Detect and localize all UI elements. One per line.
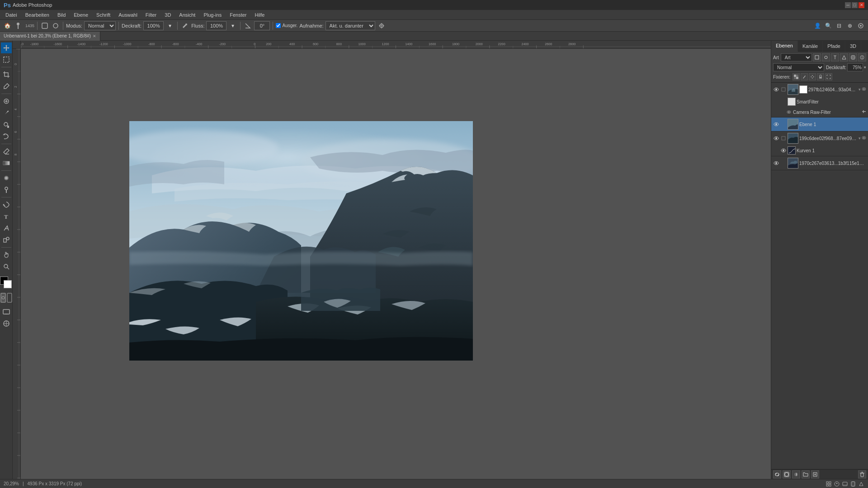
fluss-icon[interactable]: ▾ — [228, 21, 237, 30]
layer-1-visibility[interactable] — [773, 86, 779, 93]
layer-filter-pixel[interactable] — [813, 53, 821, 61]
maximize-button[interactable]: □ — [852, 2, 858, 8]
menu-filter[interactable]: Filter — [142, 10, 160, 19]
status-icon3[interactable] — [842, 481, 848, 487]
document-tab[interactable]: Unbenannt-1 bei 20,3% (Ebene 1, RGB/8#) … — [0, 32, 100, 41]
link-layers-button[interactable] — [773, 470, 781, 479]
fix-artboard[interactable] — [825, 73, 832, 80]
layer-row-1[interactable]: 297fb124604...93a047894a.38 ▾ — [771, 83, 868, 96]
std-mode-button[interactable] — [7, 293, 12, 303]
layer-1-visibility-right[interactable] — [862, 87, 866, 92]
crop-tool[interactable] — [1, 69, 12, 80]
move-tool[interactable] — [1, 42, 12, 53]
user-icon[interactable]: 👤 — [813, 21, 822, 30]
layer-filter-type[interactable]: T — [831, 53, 839, 61]
brush-settings-icon[interactable] — [856, 21, 865, 30]
eraser-tool[interactable] — [1, 146, 12, 157]
gradient-tool[interactable] — [1, 158, 12, 169]
aufnahme-select[interactable]: Akt. u. darunter — [326, 21, 375, 30]
tab-pfade[interactable]: Pfade — [823, 41, 845, 52]
clone-stamp-tool[interactable] — [1, 119, 12, 130]
new-layer-button[interactable] — [811, 470, 819, 479]
screen-mode-button[interactable] — [1, 306, 12, 317]
home-icon[interactable]: 🏠 — [3, 21, 12, 30]
airbrush-icon[interactable] — [180, 21, 189, 30]
tool-option2[interactable] — [51, 21, 60, 30]
opacity-arrow[interactable]: ▾ — [864, 65, 866, 70]
menu-plugins[interactable]: Plug-ins — [200, 10, 225, 19]
healing-tool[interactable] — [1, 96, 12, 107]
tab-3d[interactable]: 3D — [845, 41, 861, 52]
status-icon1[interactable] — [826, 481, 832, 487]
layer-row-4[interactable]: 1970c267e03613...1b3f115e14179 — [771, 156, 868, 170]
new-group-button[interactable] — [802, 470, 810, 479]
ausger-checkbox[interactable] — [276, 23, 281, 28]
layer-filter-shape[interactable] — [840, 53, 848, 61]
type-tool[interactable]: T — [1, 211, 12, 222]
status-icon5[interactable] — [858, 481, 864, 487]
history-brush-tool[interactable] — [1, 131, 12, 142]
menu-hilfe[interactable]: Hilfe — [251, 10, 268, 19]
cameraraw-settings[interactable] — [862, 109, 866, 115]
pen-tool[interactable] — [1, 199, 12, 210]
status-icon4[interactable] — [850, 481, 856, 487]
deckraft-icon[interactable]: ▾ — [165, 21, 175, 30]
ebene1-visibility[interactable] — [773, 121, 779, 127]
fluss-input[interactable] — [206, 21, 226, 30]
add-adjustment-button[interactable] — [792, 470, 800, 479]
arrange-icon[interactable]: ⊟ — [835, 21, 844, 30]
layer3-visibility-right[interactable] — [862, 136, 866, 141]
tab-ebenen[interactable]: Ebenen — [771, 41, 798, 52]
menu-ebene[interactable]: Ebene — [70, 10, 92, 19]
shape-tool[interactable] — [1, 235, 12, 245]
sample-icon[interactable] — [377, 21, 386, 30]
layer-filter-smart[interactable] — [849, 53, 857, 61]
layer-row-smartfilter[interactable]: SmartFilter — [771, 96, 868, 107]
menu-schrift[interactable]: Schrift — [93, 10, 114, 19]
menu-datei[interactable]: Datei — [2, 10, 21, 19]
brush-tool[interactable] — [1, 108, 12, 118]
add-mask-button[interactable] — [783, 470, 791, 479]
background-color[interactable] — [4, 280, 12, 288]
extra-tool[interactable] — [1, 318, 12, 329]
layer-blend-mode-select[interactable]: Normal — [773, 63, 824, 71]
kurven1-visibility[interactable] — [780, 147, 787, 154]
layer-row-kurven1[interactable]: Kurven 1 — [771, 145, 868, 156]
selection-tool[interactable] — [1, 54, 12, 65]
menu-fenster[interactable]: Fenster — [226, 10, 250, 19]
plugin-icon[interactable]: ⊕ — [845, 21, 854, 30]
menu-ansicht[interactable]: Ansicht — [175, 10, 199, 19]
layer-row-ebene1[interactable]: Ebene 1 — [771, 117, 868, 131]
layer-filter-toggle[interactable] — [858, 53, 866, 61]
modus-select[interactable]: Normal — [84, 21, 116, 30]
canvas-area[interactable]: 0 -1800 -1600 -1400 -1200 -1000 -800 -60… — [13, 41, 771, 479]
menu-3d[interactable]: 3D — [161, 10, 175, 19]
layer-row-3[interactable]: 199c6dee02f968...87ee094802d ▾ — [771, 131, 868, 145]
eyedropper-tool[interactable] — [1, 81, 12, 92]
layer-1-expand[interactable]: ▾ — [859, 87, 861, 92]
document-tab-close[interactable]: ✕ — [93, 34, 96, 38]
layer4-visibility[interactable] — [773, 160, 779, 166]
layer3-visibility[interactable] — [773, 135, 779, 141]
menu-auswahl[interactable]: Auswahl — [115, 10, 141, 19]
tab-kanaele[interactable]: Kanäle — [798, 41, 823, 52]
brush-tool-icon[interactable] — [14, 21, 23, 30]
menu-bearbeiten[interactable]: Bearbeiten — [22, 10, 53, 19]
status-icon2[interactable] — [834, 481, 840, 487]
zoom-tool[interactable] — [1, 261, 12, 272]
opacity-input[interactable]: 75% — [847, 63, 863, 71]
angle-input[interactable] — [254, 21, 270, 30]
menu-bild[interactable]: Bild — [54, 10, 69, 19]
blur-tool[interactable] — [1, 173, 12, 183]
fix-checkerboard[interactable] — [793, 73, 800, 80]
fix-brush[interactable] — [801, 73, 808, 80]
layer3-expand[interactable]: ▾ — [859, 136, 861, 141]
fix-move[interactable] — [809, 73, 816, 80]
quick-mask-button[interactable] — [0, 293, 6, 303]
search-icon[interactable]: 🔍 — [824, 21, 833, 30]
tool-option1[interactable] — [40, 21, 49, 30]
layer-kind-select[interactable]: Art — [781, 53, 812, 61]
deckraft-input[interactable] — [143, 21, 164, 30]
angle-icon[interactable] — [243, 21, 252, 30]
layer-row-cameraraw[interactable]: Camera Raw-Filter — [771, 107, 868, 117]
